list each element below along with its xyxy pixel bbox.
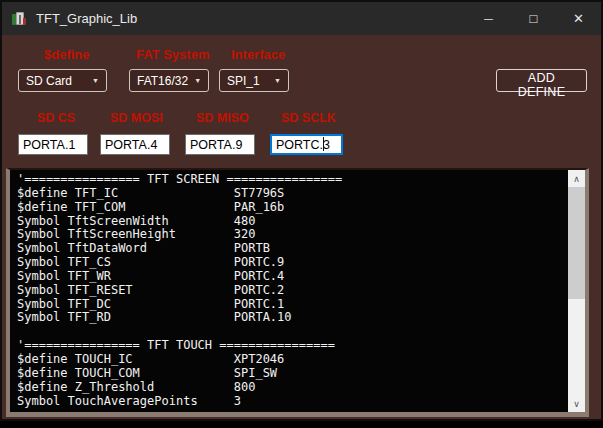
sd-cs-input[interactable] bbox=[18, 134, 88, 155]
add-define-button[interactable]: ADD DEFINE bbox=[496, 69, 587, 92]
scroll-up-button[interactable]: ∧ bbox=[568, 170, 585, 187]
scrollbar-thumb[interactable] bbox=[568, 187, 585, 299]
scroll-down-button[interactable]: ∨ bbox=[568, 395, 585, 412]
text-caret bbox=[323, 137, 324, 151]
sd-mosi-field-wrap bbox=[100, 134, 170, 155]
code-textbox[interactable]: '================ TFT SCREEN ===========… bbox=[10, 170, 568, 412]
sd-cs-field-wrap bbox=[18, 134, 88, 155]
interface-dropdown[interactable]: SPI_1 ▼ bbox=[219, 69, 289, 92]
scroll-down-icon: ∨ bbox=[573, 399, 580, 409]
label-sd-cs: SD CS bbox=[37, 111, 75, 125]
minimize-button[interactable]: ─ bbox=[466, 2, 511, 35]
scrollbar-track[interactable] bbox=[568, 187, 585, 395]
sd-miso-field-wrap bbox=[185, 134, 255, 155]
maximize-icon: □ bbox=[530, 11, 538, 26]
define-dropdown[interactable]: SD Card ▼ bbox=[18, 69, 107, 92]
label-fat-system: FAT System bbox=[136, 47, 209, 62]
sd-sclk-input[interactable] bbox=[270, 134, 343, 155]
sd-mosi-input[interactable] bbox=[100, 134, 170, 155]
chevron-down-icon: ▼ bbox=[274, 77, 281, 84]
label-define: $define bbox=[44, 47, 90, 62]
close-icon: ✕ bbox=[573, 11, 584, 26]
fat-system-dropdown[interactable]: FAT16/32 ▼ bbox=[129, 69, 209, 92]
form-body: $define FAT System Interface SD Card ▼ F… bbox=[2, 35, 601, 419]
label-sd-mosi: SD MOSI bbox=[110, 111, 163, 125]
maximize-button[interactable]: □ bbox=[511, 2, 556, 35]
sd-miso-input[interactable] bbox=[185, 134, 255, 155]
label-sd-miso: SD MISO bbox=[196, 111, 249, 125]
minimize-icon: ─ bbox=[484, 12, 493, 26]
sd-sclk-field-wrap bbox=[270, 134, 343, 155]
titlebar[interactable]: TFT_Graphic_Lib ─ □ ✕ bbox=[2, 2, 601, 35]
close-button[interactable]: ✕ bbox=[556, 2, 601, 35]
chevron-down-icon: ▼ bbox=[194, 77, 201, 84]
fat-system-dropdown-value: FAT16/32 bbox=[137, 74, 188, 88]
label-sd-sclk: SD SCLK bbox=[281, 111, 336, 125]
window-title: TFT_Graphic_Lib bbox=[36, 11, 466, 26]
chevron-down-icon: ▼ bbox=[92, 77, 99, 84]
scroll-up-icon: ∧ bbox=[573, 174, 580, 184]
interface-dropdown-value: SPI_1 bbox=[227, 74, 268, 88]
app-window: TFT_Graphic_Lib ─ □ ✕ $define FAT System… bbox=[0, 0, 603, 421]
define-dropdown-value: SD Card bbox=[26, 74, 86, 88]
app-icon bbox=[11, 11, 29, 27]
console-frame: '================ TFT SCREEN ===========… bbox=[6, 168, 589, 417]
vertical-scrollbar: ∧ ∨ bbox=[568, 170, 585, 412]
label-interface: Interface bbox=[231, 47, 285, 62]
